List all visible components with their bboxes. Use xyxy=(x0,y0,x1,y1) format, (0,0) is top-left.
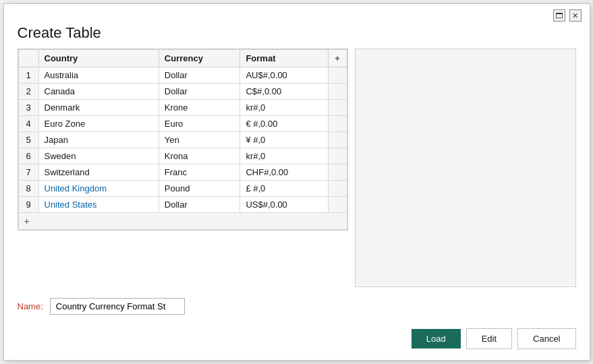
close-icon: ✕ xyxy=(572,11,578,20)
table-container: Country Currency Format + 1AustraliaDoll… xyxy=(18,49,348,231)
table-row[interactable]: 8United KingdomPound£ #,0 xyxy=(18,181,347,197)
row-number: 3 xyxy=(18,100,38,116)
row-number: 7 xyxy=(18,164,38,181)
table-row[interactable]: 7SwitzerlandFrancCHF#,0.00 xyxy=(18,164,347,181)
row-format: AU$#,0.00 xyxy=(240,67,328,84)
dialog-footer: Load Edit Cancel xyxy=(4,322,590,360)
row-country[interactable]: United Kingdom xyxy=(38,181,159,197)
row-format: C$#,0.00 xyxy=(240,84,328,100)
row-action-cell xyxy=(328,116,347,132)
row-action-cell xyxy=(328,100,347,116)
row-number: 4 xyxy=(18,116,38,132)
row-action-cell xyxy=(328,132,347,148)
load-button[interactable]: Load xyxy=(412,329,461,348)
row-currency: Yen xyxy=(159,132,240,148)
row-currency: Dollar xyxy=(159,197,240,213)
edit-button[interactable]: Edit xyxy=(466,328,512,349)
title-bar: 🗖 ✕ xyxy=(4,4,590,24)
cancel-button[interactable]: Cancel xyxy=(517,328,575,349)
table-row[interactable]: 6SwedenKronakr#,0 xyxy=(18,148,347,164)
row-country[interactable]: Canada xyxy=(38,84,159,100)
right-preview-panel xyxy=(355,49,576,287)
name-input[interactable] xyxy=(50,298,185,315)
table-row[interactable]: 9United StatesDollarUS$#,0.00 xyxy=(18,197,347,213)
name-row: Name: xyxy=(4,287,590,322)
row-country[interactable]: Japan xyxy=(38,132,159,148)
row-action-cell xyxy=(328,148,347,164)
row-country[interactable]: Sweden xyxy=(38,148,159,164)
minimize-icon: 🗖 xyxy=(555,11,563,20)
create-table-dialog: 🗖 ✕ Create Table Country Currency Format xyxy=(3,3,590,361)
row-country[interactable]: Euro Zone xyxy=(38,116,159,132)
name-label: Name: xyxy=(18,301,43,311)
row-number: 1 xyxy=(18,67,38,84)
row-format: US$#,0.00 xyxy=(240,197,328,213)
row-format: € #,0.00 xyxy=(240,116,328,132)
row-format: kr#,0 xyxy=(240,148,328,164)
row-currency: Dollar xyxy=(159,67,240,84)
row-format: ¥ #,0 xyxy=(240,132,328,148)
table-section: Country Currency Format + 1AustraliaDoll… xyxy=(18,49,348,287)
row-currency: Euro xyxy=(159,116,240,132)
table-row[interactable]: 5JapanYen¥ #,0 xyxy=(18,132,347,148)
header-country: Country xyxy=(38,50,159,67)
header-format: Format xyxy=(240,50,328,67)
row-currency: Krona xyxy=(159,148,240,164)
row-format: CHF#,0.00 xyxy=(240,164,328,181)
row-currency: Pound xyxy=(159,181,240,197)
table-row[interactable]: 3DenmarkKronekr#,0 xyxy=(18,100,347,116)
row-format: kr#,0 xyxy=(240,100,328,116)
add-row[interactable]: + xyxy=(18,213,347,230)
row-country[interactable]: Switzerland xyxy=(38,164,159,181)
row-currency: Krone xyxy=(159,100,240,116)
header-add-col[interactable]: + xyxy=(328,50,347,67)
dialog-title: Create Table xyxy=(4,24,590,49)
table-row[interactable]: 1AustraliaDollarAU$#,0.00 xyxy=(18,67,347,84)
row-action-cell xyxy=(328,67,347,84)
table-row[interactable]: 4Euro ZoneEuro€ #,0.00 xyxy=(18,116,347,132)
row-country[interactable]: United States xyxy=(38,197,159,213)
row-action-cell xyxy=(328,164,347,181)
add-row-cell[interactable]: + xyxy=(18,213,347,230)
row-number: 9 xyxy=(18,197,38,213)
row-format: £ #,0 xyxy=(240,181,328,197)
row-currency: Franc xyxy=(159,164,240,181)
row-number: 6 xyxy=(18,148,38,164)
row-action-cell xyxy=(328,181,347,197)
row-number: 8 xyxy=(18,181,38,197)
minimize-button[interactable]: 🗖 xyxy=(553,9,565,22)
row-country[interactable]: Denmark xyxy=(38,100,159,116)
table-row[interactable]: 2CanadaDollarC$#,0.00 xyxy=(18,84,347,100)
data-table: Country Currency Format + 1AustraliaDoll… xyxy=(18,49,347,230)
row-action-cell xyxy=(328,197,347,213)
header-currency: Currency xyxy=(159,50,240,67)
title-bar-controls: 🗖 ✕ xyxy=(553,9,582,22)
dialog-content: Country Currency Format + 1AustraliaDoll… xyxy=(4,49,590,287)
row-country[interactable]: Australia xyxy=(38,67,159,84)
header-row-num xyxy=(18,50,38,67)
close-button[interactable]: ✕ xyxy=(569,9,582,22)
row-action-cell xyxy=(328,84,347,100)
row-currency: Dollar xyxy=(159,84,240,100)
row-number: 2 xyxy=(18,84,38,100)
row-number: 5 xyxy=(18,132,38,148)
